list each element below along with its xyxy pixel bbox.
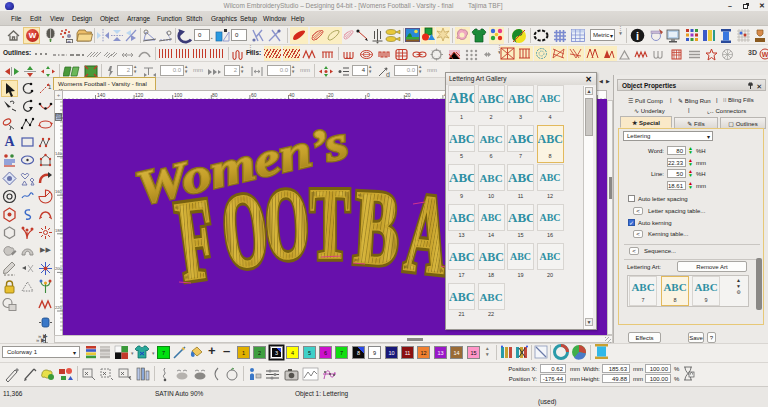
svg-text:W: W (762, 51, 768, 58)
svg-text:T: T (310, 166, 350, 280)
svg-text:B: B (352, 169, 402, 287)
svg-text:O: O (262, 167, 311, 282)
svg-text:1: 1 (48, 84, 52, 90)
svg-text:i: i (636, 30, 639, 42)
svg-text:d: d (386, 71, 390, 78)
